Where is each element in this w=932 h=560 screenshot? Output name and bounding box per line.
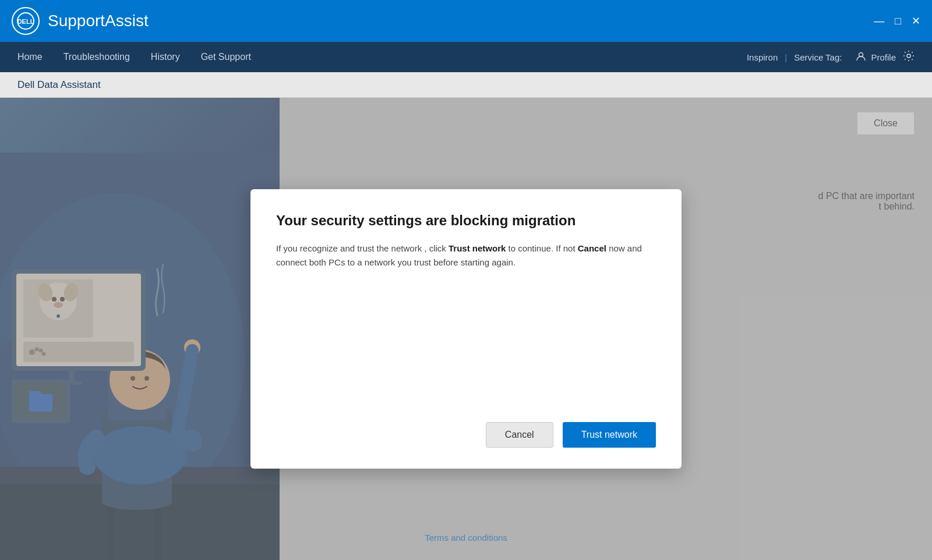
- device-name: Inspiron: [747, 52, 778, 62]
- close-window-button[interactable]: ✕: [912, 16, 920, 26]
- profile-label: Profile: [871, 52, 896, 62]
- dialog-trust-network-text: Trust network: [449, 243, 506, 253]
- nav-item-home[interactable]: Home: [17, 42, 43, 72]
- dialog-cancel-text: Cancel: [578, 243, 606, 253]
- app-title: SupportAssist: [48, 12, 149, 30]
- nav-separator: |: [785, 52, 787, 62]
- dialog-body-text2: to continue. If not: [506, 243, 577, 253]
- dialog-overlay: Your security settings are blocking migr…: [0, 98, 932, 560]
- nav-item-get-support[interactable]: Get Support: [201, 42, 251, 72]
- dialog-footer: Cancel Trust network: [276, 422, 656, 448]
- nav-item-troubleshooting[interactable]: Troubleshooting: [63, 42, 130, 72]
- nav-bar: Home Troubleshooting History Get Support…: [0, 42, 932, 72]
- maximize-button[interactable]: □: [895, 16, 901, 26]
- svg-text:DELL: DELL: [17, 18, 34, 25]
- dell-logo: DELL: [12, 7, 40, 35]
- title-bar: DELL SupportAssist — □ ✕: [0, 0, 932, 42]
- sub-header: Dell Data Assistant: [0, 72, 932, 98]
- window-controls: — □ ✕: [874, 16, 920, 26]
- minimize-button[interactable]: —: [874, 16, 884, 26]
- nav-item-history[interactable]: History: [151, 42, 180, 72]
- main-content: Close d PC that are important t behind. …: [0, 98, 932, 560]
- profile-area[interactable]: Profile: [856, 51, 896, 63]
- service-tag-label: Service Tag:: [794, 52, 842, 62]
- settings-icon[interactable]: [903, 50, 915, 65]
- dialog-body-text1: If you recognize and trust the network ,…: [276, 243, 449, 253]
- dialog-body: If you recognize and trust the network ,…: [276, 242, 656, 399]
- security-dialog: Your security settings are blocking migr…: [250, 189, 682, 469]
- nav-right: Inspiron | Service Tag: Profile: [747, 50, 915, 65]
- trust-network-button[interactable]: Trust network: [563, 422, 656, 448]
- profile-icon: [856, 51, 866, 63]
- cancel-button[interactable]: Cancel: [486, 422, 553, 448]
- dialog-title: Your security settings are blocking migr…: [276, 212, 656, 229]
- sub-header-title: Dell Data Assistant: [17, 79, 101, 91]
- svg-point-3: [907, 54, 910, 58]
